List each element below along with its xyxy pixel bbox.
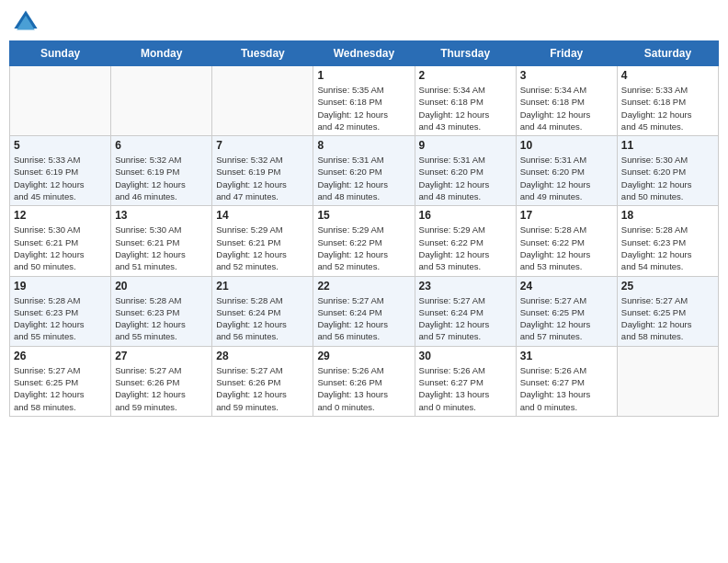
- calendar-cell: 7Sunrise: 5:32 AM Sunset: 6:19 PM Daylig…: [212, 136, 313, 206]
- day-number: 11: [621, 139, 714, 152]
- calendar-cell: 14Sunrise: 5:29 AM Sunset: 6:21 PM Dayli…: [212, 206, 313, 276]
- weekday-header: Sunday: [10, 41, 111, 66]
- calendar-week-row: 5Sunrise: 5:33 AM Sunset: 6:19 PM Daylig…: [10, 136, 719, 206]
- calendar-cell: 26Sunrise: 5:27 AM Sunset: 6:25 PM Dayli…: [10, 346, 111, 416]
- day-number: 19: [14, 280, 107, 293]
- day-info: Sunrise: 5:32 AM Sunset: 6:19 PM Dayligh…: [115, 154, 208, 202]
- day-info: Sunrise: 5:28 AM Sunset: 6:23 PM Dayligh…: [621, 224, 714, 272]
- day-info: Sunrise: 5:28 AM Sunset: 6:24 PM Dayligh…: [216, 294, 309, 343]
- day-number: 21: [216, 280, 309, 293]
- day-number: 8: [317, 139, 410, 152]
- day-number: 3: [520, 69, 613, 82]
- day-number: 18: [621, 209, 714, 222]
- day-info: Sunrise: 5:31 AM Sunset: 6:20 PM Dayligh…: [520, 154, 613, 202]
- weekday-header: Monday: [111, 41, 212, 66]
- calendar-cell: 1Sunrise: 5:35 AM Sunset: 6:18 PM Daylig…: [313, 66, 415, 136]
- calendar-header: SundayMondayTuesdayWednesdayThursdayFrid…: [10, 41, 719, 66]
- day-number: 2: [419, 69, 512, 82]
- day-info: Sunrise: 5:26 AM Sunset: 6:26 PM Dayligh…: [317, 364, 410, 413]
- day-number: 23: [419, 280, 512, 293]
- day-info: Sunrise: 5:28 AM Sunset: 6:23 PM Dayligh…: [14, 294, 107, 343]
- weekday-header: Wednesday: [313, 41, 415, 66]
- day-number: 27: [115, 350, 208, 362]
- day-number: 20: [115, 280, 208, 293]
- calendar-cell: [111, 66, 212, 136]
- calendar-cell: 17Sunrise: 5:28 AM Sunset: 6:22 PM Dayli…: [516, 206, 617, 276]
- day-number: 4: [621, 69, 714, 82]
- weekday-header: Thursday: [415, 41, 516, 66]
- day-info: Sunrise: 5:34 AM Sunset: 6:18 PM Dayligh…: [520, 84, 613, 132]
- calendar-week-row: 19Sunrise: 5:28 AM Sunset: 6:23 PM Dayli…: [10, 276, 719, 346]
- day-info: Sunrise: 5:26 AM Sunset: 6:27 PM Dayligh…: [419, 364, 512, 413]
- day-info: Sunrise: 5:27 AM Sunset: 6:26 PM Dayligh…: [216, 364, 309, 413]
- calendar-cell: 22Sunrise: 5:27 AM Sunset: 6:24 PM Dayli…: [313, 276, 415, 346]
- calendar-cell: [212, 66, 313, 136]
- day-info: Sunrise: 5:27 AM Sunset: 6:25 PM Dayligh…: [621, 294, 714, 343]
- day-info: Sunrise: 5:30 AM Sunset: 6:21 PM Dayligh…: [14, 224, 107, 272]
- calendar-cell: 13Sunrise: 5:30 AM Sunset: 6:21 PM Dayli…: [111, 206, 212, 276]
- page-header: [9, 9, 719, 35]
- day-number: 16: [419, 209, 512, 222]
- day-number: 14: [216, 209, 309, 222]
- calendar-cell: 11Sunrise: 5:30 AM Sunset: 6:20 PM Dayli…: [617, 136, 718, 206]
- calendar-cell: [10, 66, 111, 136]
- day-number: 28: [216, 350, 309, 362]
- calendar-cell: 25Sunrise: 5:27 AM Sunset: 6:25 PM Dayli…: [617, 276, 718, 346]
- day-info: Sunrise: 5:27 AM Sunset: 6:26 PM Dayligh…: [115, 364, 208, 413]
- weekday-header: Saturday: [617, 41, 718, 66]
- day-number: 17: [520, 209, 613, 222]
- day-info: Sunrise: 5:33 AM Sunset: 6:18 PM Dayligh…: [621, 84, 714, 132]
- calendar-week-row: 12Sunrise: 5:30 AM Sunset: 6:21 PM Dayli…: [10, 206, 719, 276]
- calendar-cell: 12Sunrise: 5:30 AM Sunset: 6:21 PM Dayli…: [10, 206, 111, 276]
- day-info: Sunrise: 5:29 AM Sunset: 6:22 PM Dayligh…: [419, 224, 512, 272]
- calendar-cell: 8Sunrise: 5:31 AM Sunset: 6:20 PM Daylig…: [313, 136, 415, 206]
- calendar-cell: 21Sunrise: 5:28 AM Sunset: 6:24 PM Dayli…: [212, 276, 313, 346]
- day-number: 6: [115, 139, 208, 152]
- day-info: Sunrise: 5:33 AM Sunset: 6:19 PM Dayligh…: [14, 154, 107, 202]
- calendar-cell: 9Sunrise: 5:31 AM Sunset: 6:20 PM Daylig…: [415, 136, 516, 206]
- calendar-cell: 10Sunrise: 5:31 AM Sunset: 6:20 PM Dayli…: [516, 136, 617, 206]
- day-number: 1: [317, 69, 410, 82]
- calendar-cell: 16Sunrise: 5:29 AM Sunset: 6:22 PM Dayli…: [415, 206, 516, 276]
- day-number: 22: [317, 280, 410, 293]
- calendar-body: 1Sunrise: 5:35 AM Sunset: 6:18 PM Daylig…: [10, 66, 719, 417]
- day-info: Sunrise: 5:27 AM Sunset: 6:24 PM Dayligh…: [419, 294, 512, 343]
- logo-icon: [13, 9, 39, 35]
- day-info: Sunrise: 5:34 AM Sunset: 6:18 PM Dayligh…: [419, 84, 512, 132]
- calendar-cell: 2Sunrise: 5:34 AM Sunset: 6:18 PM Daylig…: [415, 66, 516, 136]
- calendar-cell: 20Sunrise: 5:28 AM Sunset: 6:23 PM Dayli…: [111, 276, 212, 346]
- calendar-cell: 28Sunrise: 5:27 AM Sunset: 6:26 PM Dayli…: [212, 346, 313, 416]
- day-info: Sunrise: 5:27 AM Sunset: 6:24 PM Dayligh…: [317, 294, 410, 343]
- day-info: Sunrise: 5:31 AM Sunset: 6:20 PM Dayligh…: [419, 154, 512, 202]
- day-number: 26: [14, 350, 107, 362]
- calendar-cell: 29Sunrise: 5:26 AM Sunset: 6:26 PM Dayli…: [313, 346, 415, 416]
- calendar-cell: [617, 346, 718, 416]
- day-number: 9: [419, 139, 512, 152]
- day-number: 15: [317, 209, 410, 222]
- calendar-cell: 5Sunrise: 5:33 AM Sunset: 6:19 PM Daylig…: [10, 136, 111, 206]
- weekday-header-row: SundayMondayTuesdayWednesdayThursdayFrid…: [10, 41, 719, 66]
- day-info: Sunrise: 5:29 AM Sunset: 6:21 PM Dayligh…: [216, 224, 309, 272]
- day-number: 24: [520, 280, 613, 293]
- calendar-table: SundayMondayTuesdayWednesdayThursdayFrid…: [9, 40, 719, 417]
- day-info: Sunrise: 5:29 AM Sunset: 6:22 PM Dayligh…: [317, 224, 410, 272]
- day-info: Sunrise: 5:30 AM Sunset: 6:20 PM Dayligh…: [621, 154, 714, 202]
- day-number: 12: [14, 209, 107, 222]
- weekday-header: Tuesday: [212, 41, 313, 66]
- day-info: Sunrise: 5:35 AM Sunset: 6:18 PM Dayligh…: [317, 84, 410, 132]
- weekday-header: Friday: [516, 41, 617, 66]
- day-number: 30: [419, 350, 512, 362]
- calendar-week-row: 1Sunrise: 5:35 AM Sunset: 6:18 PM Daylig…: [10, 66, 719, 136]
- day-number: 25: [621, 280, 714, 293]
- day-info: Sunrise: 5:28 AM Sunset: 6:23 PM Dayligh…: [115, 294, 208, 343]
- calendar-cell: 31Sunrise: 5:26 AM Sunset: 6:27 PM Dayli…: [516, 346, 617, 416]
- day-number: 29: [317, 350, 410, 362]
- calendar-week-row: 26Sunrise: 5:27 AM Sunset: 6:25 PM Dayli…: [10, 346, 719, 416]
- day-number: 7: [216, 139, 309, 152]
- day-info: Sunrise: 5:27 AM Sunset: 6:25 PM Dayligh…: [14, 364, 107, 413]
- logo: [13, 9, 42, 35]
- calendar-cell: 4Sunrise: 5:33 AM Sunset: 6:18 PM Daylig…: [617, 66, 718, 136]
- day-info: Sunrise: 5:32 AM Sunset: 6:19 PM Dayligh…: [216, 154, 309, 202]
- calendar-cell: 23Sunrise: 5:27 AM Sunset: 6:24 PM Dayli…: [415, 276, 516, 346]
- calendar-cell: 15Sunrise: 5:29 AM Sunset: 6:22 PM Dayli…: [313, 206, 415, 276]
